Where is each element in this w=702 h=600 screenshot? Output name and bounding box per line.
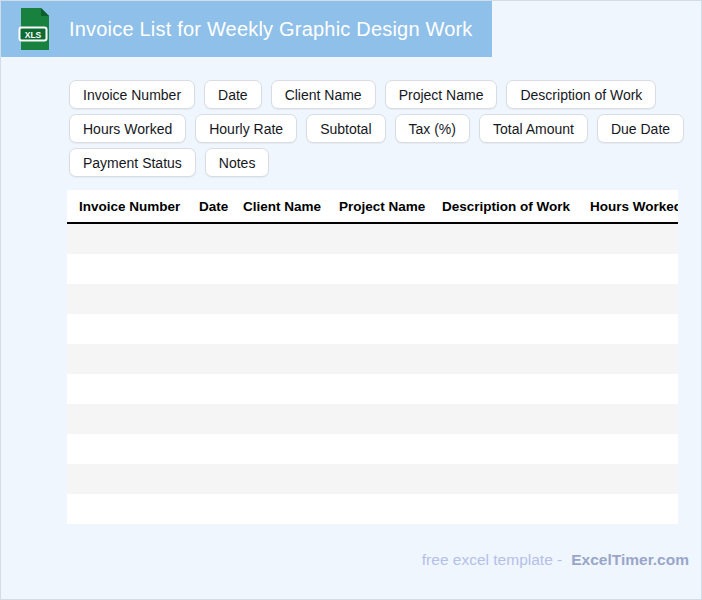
- chip-description-of-work: Description of Work: [506, 80, 656, 109]
- chip-client-name: Client Name: [271, 80, 376, 109]
- table-row: [67, 284, 678, 314]
- table-row: [67, 494, 678, 524]
- table-row: [67, 374, 678, 404]
- col-header-date: Date: [191, 199, 235, 214]
- xls-file-icon: XLS: [18, 7, 52, 51]
- chip-project-name: Project Name: [385, 80, 498, 109]
- col-header-client-name: Client Name: [235, 199, 331, 214]
- chip-payment-status: Payment Status: [69, 148, 196, 177]
- table-header-row: Invoice Number Date Client Name Project …: [67, 190, 678, 224]
- chip-due-date: Due Date: [597, 114, 684, 143]
- column-chip-list: Invoice Number Date Client Name Project …: [69, 80, 684, 177]
- chip-hours-worked: Hours Worked: [69, 114, 186, 143]
- spreadsheet-preview: Invoice Number Date Client Name Project …: [67, 190, 678, 524]
- footer-tagline: free excel template -: [422, 551, 562, 568]
- chip-invoice-number: Invoice Number: [69, 80, 195, 109]
- table-row: [67, 314, 678, 344]
- table-row: [67, 464, 678, 494]
- table-row: [67, 254, 678, 284]
- chip-tax-percent: Tax (%): [395, 114, 470, 143]
- chip-row: Hours Worked Hourly Rate Subtotal Tax (%…: [69, 114, 684, 143]
- col-header-description-of-work: Description of Work: [434, 199, 582, 214]
- col-header-invoice-number: Invoice Number: [67, 199, 191, 214]
- chip-row: Payment Status Notes: [69, 148, 684, 177]
- chip-notes: Notes: [205, 148, 270, 177]
- table-row: [67, 434, 678, 464]
- chip-subtotal: Subtotal: [306, 114, 385, 143]
- page-title: Invoice List for Weekly Graphic Design W…: [69, 18, 473, 41]
- chip-row: Invoice Number Date Client Name Project …: [69, 80, 684, 109]
- table-row: [67, 404, 678, 434]
- table-row: [67, 224, 678, 254]
- table-row: [67, 344, 678, 374]
- table-body: [67, 224, 678, 524]
- chip-total-amount: Total Amount: [479, 114, 588, 143]
- footer: free excel template -ExcelTimer.com: [422, 551, 689, 569]
- col-header-project-name: Project Name: [331, 199, 434, 214]
- svg-text:XLS: XLS: [25, 30, 42, 40]
- col-header-hours-worked: Hours Worked: [582, 199, 678, 214]
- chip-date: Date: [204, 80, 262, 109]
- title-banner: XLS Invoice List for Weekly Graphic Desi…: [1, 1, 492, 57]
- chip-hourly-rate: Hourly Rate: [195, 114, 297, 143]
- footer-brand-link[interactable]: ExcelTimer.com: [571, 551, 689, 568]
- page: XLS Invoice List for Weekly Graphic Desi…: [0, 0, 702, 600]
